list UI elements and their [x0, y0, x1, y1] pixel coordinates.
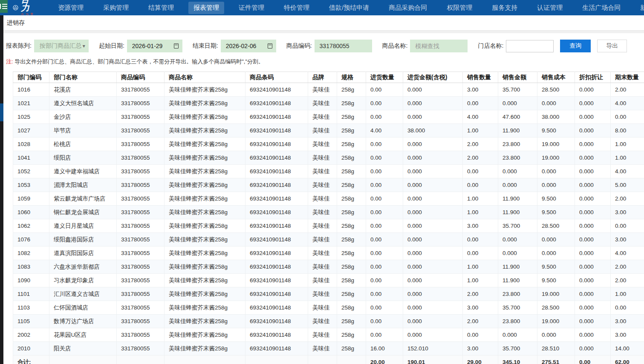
cell-sales_cost: 0.000: [537, 246, 575, 260]
nav-item-12[interactable]: 生活广场合同: [577, 2, 626, 14]
cell-ending_qty: 4.00: [611, 165, 644, 178]
total-cell-purchase_amount: 190.01: [403, 355, 463, 364]
cell-sales_cost: 28.500: [537, 83, 575, 97]
table-header-row: 部门编码部门名称商品编码商品名称商品条码品牌规格进货数量进货金额(含税)销售数量…: [13, 72, 644, 83]
total-cell-product_code: [117, 355, 165, 364]
cell-barcode: 6932410901148: [245, 301, 308, 315]
nav-item-7[interactable]: 借款/预结申请: [324, 2, 374, 14]
product-code-input[interactable]: [315, 40, 372, 52]
cell-product_name: 美味佳蜂蜜芥末酱258g: [165, 246, 245, 260]
cell-purchase_qty: 0.00: [366, 178, 403, 192]
cell-brand: 美味佳: [308, 219, 337, 233]
cell-dept_code: 2002: [13, 328, 49, 342]
cell-spec: 258g: [337, 192, 366, 206]
nav-item-2[interactable]: 采购管理: [98, 2, 134, 14]
cell-purchase_qty: 0.00: [366, 233, 403, 246]
report-type-select[interactable]: 按部门商品汇总 ▾: [34, 40, 89, 52]
cell-brand: 美味佳: [308, 206, 337, 219]
export-note: 注: 导出文件分部门汇总、商品汇总、部门商品汇总三个表，不需分开导出。输入多个商…: [3, 53, 644, 66]
nav-item-1[interactable]: 资源管理: [53, 2, 89, 14]
nav-item-8[interactable]: 商品采购合同: [384, 2, 432, 14]
cell-product_code: 331780055: [117, 97, 165, 110]
collapse-menu-button[interactable]: [0, 0, 8, 13]
cell-product_name: 美味佳蜂蜜芥末酱258g: [165, 178, 245, 192]
cell-dept_code: 1021: [13, 97, 49, 110]
sidebar-active-indicator: [0, 103, 3, 121]
cell-ending_qty: 2.00: [611, 260, 644, 274]
store-name-input[interactable]: [506, 40, 554, 52]
column-header-product_name: 商品名称: [165, 72, 245, 83]
cell-sales_qty: 2.00: [463, 287, 498, 301]
cell-brand: 美味佳: [308, 315, 337, 328]
cell-product_name: 美味佳蜂蜜芥末酱258g: [165, 260, 245, 274]
nav-item-13[interactable]: 新品管理: [635, 2, 644, 14]
cell-brand: 美味佳: [308, 233, 337, 246]
cell-product_code: 331780055: [117, 151, 165, 165]
cell-dept_code: 1028: [13, 138, 49, 151]
cell-ending_qty: 14.00: [611, 342, 644, 355]
cell-product_name: 美味佳蜂蜜芥末酱258g: [165, 124, 245, 138]
end-date-label: 结束日期:: [193, 42, 218, 50]
cell-dept_name: 花果园U区店: [49, 328, 117, 342]
report-type-label: 报表陈列:: [6, 42, 32, 50]
cell-barcode: 6932410901148: [245, 287, 308, 301]
cell-sales_cost: 19.000: [537, 287, 575, 301]
nav-item-4[interactable]: 报表管理: [188, 2, 224, 14]
cell-purchase_amount: 0.000: [403, 165, 463, 178]
cell-product_code: 331780055: [117, 206, 165, 219]
cell-dept_name: 汇川区遵义古城店: [49, 287, 117, 301]
report-type-value: 按部门商品汇总: [40, 42, 81, 50]
cell-spec: 258g: [337, 246, 366, 260]
cell-sales_qty: 0.00: [463, 97, 498, 110]
collapsed-sidebar[interactable]: [0, 15, 3, 364]
cell-purchase_qty: 4.00: [366, 124, 403, 138]
query-button[interactable]: 查询: [560, 40, 591, 52]
cell-ending_qty: 1.00: [611, 287, 644, 301]
store-name-label: 门店名称:: [478, 42, 503, 50]
cell-product_code: 331780055: [117, 287, 165, 301]
cell-sales_amount: 0.000: [498, 165, 537, 178]
cell-dept_code: 1041: [13, 151, 49, 165]
product-name-input[interactable]: [410, 40, 468, 52]
cell-sales_cost: 28.500: [537, 219, 575, 233]
cell-sales_cost: 9.500: [537, 206, 575, 219]
product-code-label: 商品编码:: [286, 42, 312, 50]
nav-item-6[interactable]: 特价管理: [279, 2, 315, 14]
cell-spec: 258g: [337, 233, 366, 246]
cell-product_name: 美味佳蜂蜜芥末酱258g: [165, 287, 245, 301]
cell-sales_qty: 3.00: [463, 219, 498, 233]
cell-spec: 258g: [337, 328, 366, 342]
total-cell-ending_qty: 62.00: [611, 355, 644, 364]
page-title: 进销存: [3, 15, 644, 31]
cell-product_code: 331780055: [117, 260, 165, 274]
nav-item-11[interactable]: 认证管理: [532, 2, 568, 14]
cell-discount: 0.000: [575, 342, 611, 355]
cell-barcode: 6932410901148: [245, 124, 308, 138]
cell-purchase_qty: 0.00: [366, 151, 403, 165]
start-date-input[interactable]: 2026-01-29: [127, 40, 182, 52]
cell-dept_code: 1105: [13, 315, 49, 328]
export-button[interactable]: 导出: [597, 40, 627, 52]
cell-purchase_qty: 0.00: [366, 328, 403, 342]
nav-item-3[interactable]: 结算管理: [143, 2, 179, 14]
cell-sales_amount: 11.900: [498, 274, 537, 287]
nav-item-10[interactable]: 服务支持: [487, 2, 523, 14]
cell-sales_amount: 23.800: [498, 315, 537, 328]
cell-purchase_qty: 0.00: [366, 138, 403, 151]
cell-sales_amount: 47.600: [498, 110, 537, 124]
product-name-label: 商品名称:: [382, 42, 408, 50]
nav-item-5[interactable]: 证件管理: [234, 2, 269, 14]
end-date-input[interactable]: 2026-02-06: [221, 40, 276, 52]
cell-discount: 0.000: [575, 315, 611, 328]
cell-dept_code: 1016: [13, 83, 49, 97]
column-header-sales_amount: 销售金额: [498, 72, 537, 83]
cell-brand: 美味佳: [308, 342, 337, 355]
cell-product_name: 美味佳蜂蜜芥末酱258g: [165, 192, 245, 206]
cell-purchase_qty: 0.00: [366, 274, 403, 287]
cell-spec: 258g: [337, 83, 366, 97]
cell-purchase_amount: 0.000: [403, 260, 463, 274]
cell-spec: 258g: [337, 287, 366, 301]
nav-item-9[interactable]: 权限管理: [442, 2, 477, 14]
cell-barcode: 6932410901148: [245, 110, 308, 124]
cell-sales_cost: 0.000: [537, 97, 575, 110]
